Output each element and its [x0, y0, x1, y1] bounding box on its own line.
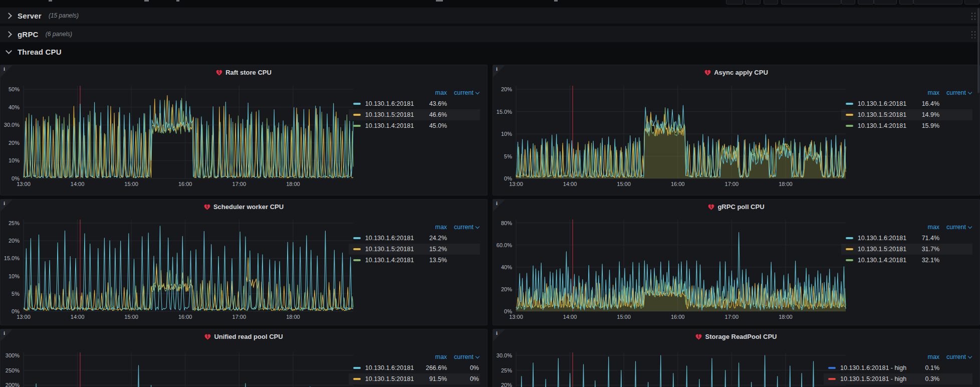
toolbar-button[interactable] [899, 0, 913, 5]
svg-text:15:00: 15:00 [124, 314, 138, 320]
zoom-out-button[interactable] [841, 0, 855, 5]
row-header-grpc[interactable]: gRPC (6 panels) [0, 26, 980, 42]
chevron-right-icon [6, 31, 12, 38]
legend-header-spacer [361, 87, 414, 98]
series-color-swatch [846, 237, 853, 239]
axis-labels: 200%250%300%13:0014:0015:0016:0017:0018:… [6, 352, 300, 387]
toolbar-clipped-text [144, 0, 149, 2]
panel-async-apply-cpu: iAsync apply CPU0%5%10%15.0%20%13:0014:0… [493, 65, 980, 196]
svg-text:18:00: 18:00 [779, 181, 793, 187]
svg-text:10%: 10% [9, 273, 20, 279]
toolbar-button[interactable] [764, 0, 778, 5]
legend-row: 10.130.1.4:2018115.9% [841, 120, 972, 131]
legend-header-row: maxcurrent [841, 222, 972, 233]
legend-row: 10.130.1.6:2018171.4% [841, 233, 972, 244]
legend-series-name[interactable]: 10.130.1.5:20181 - high [836, 373, 906, 384]
panel-scheduler-worker-cpu: iScheduler worker CPU0%5%10%15.0%20%25%1… [0, 199, 487, 325]
series-line [24, 264, 353, 311]
svg-text:13:00: 13:00 [509, 181, 523, 187]
svg-text:60.0%: 60.0% [497, 242, 512, 248]
legend-sort-current[interactable]: current [447, 222, 480, 233]
legend-series-name[interactable]: 10.130.1.4:20181 [361, 120, 414, 131]
legend-series-name[interactable]: 10.130.1.6:20181 [361, 98, 414, 109]
toolbar-button[interactable] [913, 0, 962, 5]
svg-text:40%: 40% [9, 104, 20, 110]
legend-sort-current[interactable]: current [939, 351, 972, 362]
legend-max-value: 31.7% [906, 244, 939, 255]
scrollbar-thumb[interactable] [977, 8, 979, 93]
series-color-swatch [353, 259, 361, 261]
legend-max-value: 24.2% [414, 233, 447, 244]
legend-sort-current[interactable]: current [939, 222, 972, 233]
svg-text:16:00: 16:00 [671, 181, 685, 187]
series-color-swatch [846, 259, 853, 261]
svg-text:16:00: 16:00 [671, 314, 685, 320]
legend-series-name[interactable]: 10.130.1.4:20181 [853, 255, 906, 266]
legend-sort-max[interactable]: max [906, 222, 939, 233]
series-color-swatch [353, 237, 361, 239]
legend-series-name[interactable]: 10.130.1.4:20181 [361, 255, 414, 266]
legend-series-name[interactable]: 10.130.1.6:20181 [853, 98, 906, 109]
legend-swatch-cell [349, 120, 361, 131]
legend-series-name[interactable]: 10.130.1.6:20181 - high [836, 362, 906, 373]
row-drag-handle-icon[interactable] [970, 12, 975, 20]
legend-sort-max[interactable]: max [414, 351, 447, 362]
legend: maxcurrent10.130.1.6:20181 - high0.1%10.… [824, 351, 972, 384]
legend-swatch-cell [349, 233, 361, 244]
legend-current-value [939, 373, 972, 384]
series-color-swatch [828, 378, 836, 380]
scrollbar[interactable] [977, 0, 980, 387]
legend-sort-max[interactable]: max [414, 87, 447, 98]
legend-max-value: 13.5% [414, 255, 447, 266]
legend-sort-max[interactable]: max [906, 351, 939, 362]
legend-swatch-cell [349, 109, 361, 120]
row-header-server[interactable]: Server (15 panels) [0, 8, 980, 24]
legend-series-name[interactable]: 10.130.1.5:20181 [853, 109, 906, 120]
svg-text:5%: 5% [504, 153, 512, 159]
top-toolbar [0, 0, 980, 7]
legend-series-name[interactable]: 10.130.1.4:20181 [853, 120, 906, 131]
svg-text:30.0%: 30.0% [497, 352, 512, 358]
legend-sort-max[interactable]: max [906, 87, 939, 98]
refresh-interval-button[interactable] [874, 0, 897, 5]
legend-series-name[interactable]: 10.130.1.5:20181 [361, 244, 414, 255]
legend-header-spacer [349, 351, 361, 362]
legend-max-value: 91.5% [414, 373, 447, 384]
svg-text:13:00: 13:00 [17, 181, 31, 187]
legend-swatch-cell [841, 120, 853, 131]
legend-series-name[interactable]: 10.130.1.6:20181 [361, 233, 414, 244]
svg-text:17:00: 17:00 [232, 314, 247, 320]
legend-row: 10.130.1.5:2018114.9% [841, 109, 972, 120]
time-range-button[interactable] [781, 0, 841, 5]
svg-text:15:00: 15:00 [617, 181, 631, 187]
legend-sort-max[interactable]: max [414, 222, 447, 233]
series-color-swatch [846, 114, 853, 116]
legend-sort-current[interactable]: current [447, 351, 480, 362]
legend-series-name[interactable]: 10.130.1.5:20181 [361, 109, 414, 120]
toolbar-button[interactable] [726, 0, 743, 5]
svg-text:14:00: 14:00 [71, 314, 85, 320]
toolbar-button[interactable] [745, 0, 761, 5]
legend-series-name[interactable]: 10.130.1.5:20181 [361, 373, 414, 384]
legend-row: 10.130.1.5:2018191.5%0% [349, 373, 480, 384]
row-header-thread-cpu[interactable]: Thread CPU [0, 44, 980, 59]
series-color-swatch [353, 378, 361, 380]
row-drag-handle-icon[interactable] [970, 30, 975, 39]
series-color-swatch [846, 103, 853, 105]
legend-current-value [939, 98, 972, 109]
legend-max-value: 43.6% [414, 98, 447, 109]
series-color-swatch [828, 367, 836, 369]
svg-text:15:00: 15:00 [124, 181, 138, 187]
legend-sort-current[interactable]: current [939, 87, 972, 98]
svg-text:20%: 20% [501, 86, 512, 92]
legend-sort-current[interactable]: current [447, 87, 480, 98]
legend-series-name[interactable]: 10.130.1.5:20181 [853, 244, 906, 255]
legend: maxcurrent10.130.1.6:2018171.4%10.130.1.… [841, 222, 972, 266]
series-color-swatch [846, 125, 853, 127]
row-panel-count: (15 panels) [49, 12, 79, 19]
grid-lines [24, 352, 353, 387]
legend-series-name[interactable]: 10.130.1.6:20181 [853, 233, 906, 244]
refresh-button[interactable] [858, 0, 874, 5]
legend-series-name[interactable]: 10.130.1.6:20181 [361, 362, 414, 373]
panel-unified-read-pool-cpu: iUnified read pool CPU200%250%300%13:001… [0, 329, 487, 387]
